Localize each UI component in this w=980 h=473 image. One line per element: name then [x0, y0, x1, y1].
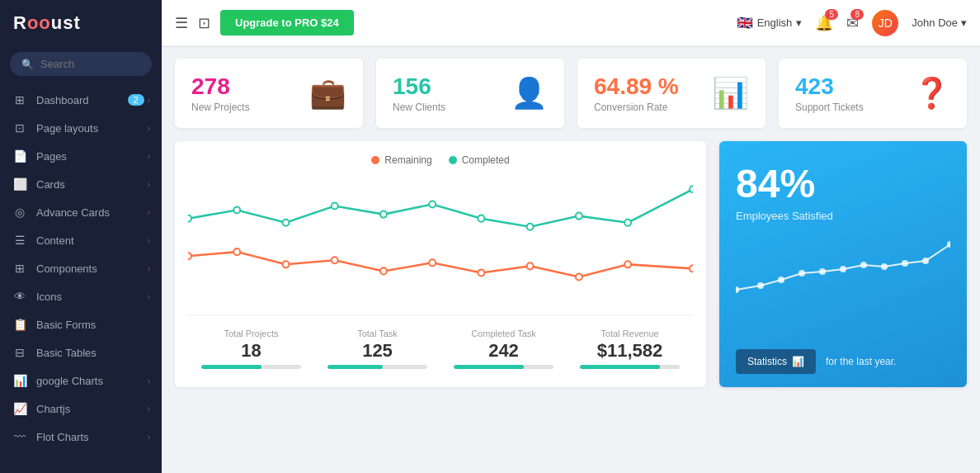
user-menu[interactable]: John Doe ▾ [912, 17, 967, 29]
completed-task-label: Completed Task [441, 329, 567, 338]
stat-label-support-tickets: Support Tickets [795, 102, 864, 113]
svg-point-7 [527, 224, 534, 230]
sidebar-label-basic-tables: Basic Tables [36, 347, 150, 359]
right-panel: 84% Employees Satisfied [719, 141, 967, 387]
language-selector[interactable]: 🇬🇧 English ▾ [737, 15, 803, 31]
search-input[interactable] [40, 58, 140, 70]
sidebar-item-icons[interactable]: 👁 Icons › [0, 282, 162, 310]
sidebar-item-advance-cards[interactable]: ◎ Advance Cards › [0, 198, 162, 226]
notification-badge: 5 [825, 9, 838, 20]
stat-card-new-projects: 278 New Projects 💼 [175, 59, 363, 128]
svg-point-11 [188, 253, 191, 259]
dashboard-icon: ⊞ [12, 93, 28, 106]
stat-value-support-tickets: 423 [795, 73, 864, 100]
sidebar-item-dashboard[interactable]: ⊞ Dashboard 2 › [0, 86, 162, 114]
sidebar-item-basic-tables[interactable]: ⊟ Basic Tables [0, 338, 162, 367]
sidebar-item-pages[interactable]: 📄 Pages › [0, 142, 162, 170]
topbar: ☰ ⊡ Upgrade to PRO $24 🇬🇧 English ▾ 🔔 5 … [162, 0, 980, 45]
svg-point-12 [233, 248, 240, 255]
icons-icon: 👁 [12, 290, 28, 303]
total-task-value: 125 [314, 340, 441, 362]
stat-card-support-tickets: 423 Support Tickets ❓ [779, 59, 967, 128]
svg-point-6 [478, 215, 484, 222]
svg-point-0 [188, 215, 191, 222]
svg-point-21 [690, 265, 693, 272]
components-icon: ⊞ [12, 262, 28, 275]
briefcase-icon: 💼 [309, 76, 346, 111]
total-task-label: Total Task [314, 329, 441, 338]
total-projects-fill [201, 365, 261, 369]
completed-task-value: 242 [441, 340, 567, 362]
stat-value-new-clients: 156 [393, 73, 445, 100]
sidebar-item-google-charts[interactable]: 📊 google Charts › [0, 367, 162, 395]
pages-icon: 📄 [12, 149, 28, 163]
completed-dot [449, 156, 457, 164]
stat-info-new-clients: 156 New Clients [393, 73, 445, 113]
sidebar-label-page-layouts: Page layouts [36, 122, 148, 135]
sidebar-label-google-charts: google Charts [36, 375, 148, 387]
total-revenue-label: Total Revenue [567, 329, 693, 338]
stat-info-conversion-rate: 64.89 % Conversion Rate [594, 73, 679, 113]
svg-point-10 [690, 186, 693, 192]
svg-point-27 [840, 266, 846, 272]
svg-point-30 [902, 260, 908, 267]
statistics-label: Statistics [747, 356, 787, 367]
total-projects-label: Total Projects [188, 329, 314, 338]
legend-completed: Completed [449, 154, 510, 166]
stat-label-new-projects: New Projects [191, 102, 250, 113]
main-area: ☰ ⊡ Upgrade to PRO $24 🇬🇧 English ▾ 🔔 5 … [162, 0, 980, 473]
chart-stat-total-revenue: Total Revenue $11,582 [567, 324, 693, 374]
search-box[interactable]: 🔍 [10, 52, 152, 76]
sidebar-nav: ⊞ Dashboard 2 › ⊡ Page layouts › 📄 Pages… [0, 86, 162, 473]
chevron-right-icon: › [148, 236, 150, 245]
expand-icon[interactable]: ⊡ [198, 14, 210, 32]
svg-point-2 [283, 220, 290, 226]
stat-value-conversion-rate: 64.89 % [594, 73, 679, 100]
chevron-right-icon: › [148, 292, 150, 301]
sidebar-label-flot-charts: Flot Charts [36, 431, 148, 443]
svg-point-19 [576, 273, 582, 280]
bar-mini-icon: 📊 [792, 356, 804, 367]
language-label: English [757, 17, 793, 29]
user-name-label: John Doe [912, 17, 958, 29]
stats-row: 278 New Projects 💼 156 New Clients 👤 64.… [175, 59, 967, 128]
svg-point-17 [478, 269, 484, 276]
sidebar-item-cards[interactable]: ⬜ Cards › [0, 170, 162, 198]
sidebar-item-components[interactable]: ⊞ Components › [0, 254, 162, 282]
line-chart-area [188, 173, 693, 306]
chevron-right-icon: › [148, 433, 150, 442]
legend-remaining: Remaining [371, 154, 431, 166]
sidebar-label-basic-forms: Basic Forms [36, 319, 150, 331]
sidebar-label-dashboard: Dashboard [36, 94, 128, 106]
flag-icon: 🇬🇧 [737, 15, 753, 31]
sidebar-label-pages: Pages [36, 150, 148, 163]
mail-button[interactable]: ✉ 8 [846, 14, 859, 32]
chevron-right-icon: › [148, 404, 150, 414]
chevron-down-icon: ▾ [961, 17, 967, 29]
statistics-button[interactable]: Statistics 📊 [736, 349, 816, 374]
chart-stat-total-projects: Total Projects 18 [188, 324, 314, 374]
sidebar-item-page-layouts[interactable]: ⊡ Page layouts › [0, 114, 162, 142]
content-icon: ☰ [12, 234, 28, 247]
menu-icon[interactable]: ☰ [175, 14, 188, 32]
chevron-right-icon: › [148, 152, 150, 161]
notification-button[interactable]: 🔔 5 [815, 14, 833, 32]
legend-remaining-label: Remaining [384, 154, 431, 166]
page-layouts-icon: ⊡ [12, 121, 28, 135]
flot-charts-icon: 〰 [12, 430, 28, 443]
sidebar-item-chartjs[interactable]: 📈 Chartjs › [0, 395, 162, 423]
chevron-right-icon: › [148, 264, 150, 273]
stat-info-new-projects: 278 New Projects [191, 73, 250, 113]
basic-tables-icon: ⊟ [12, 346, 28, 359]
logo: Rooust [13, 12, 81, 34]
total-task-bar [327, 365, 427, 369]
svg-point-8 [576, 213, 582, 220]
svg-point-20 [624, 261, 631, 267]
sidebar-item-basic-forms[interactable]: 📋 Basic Forms [0, 310, 162, 338]
sidebar-item-flot-charts[interactable]: 〰 Flot Charts › [0, 423, 162, 451]
stat-label-new-clients: New Clients [393, 102, 445, 113]
stat-card-new-clients: 156 New Clients 👤 [376, 59, 564, 128]
upgrade-button[interactable]: Upgrade to PRO $24 [220, 10, 354, 35]
sidebar-item-content[interactable]: ☰ Content › [0, 226, 162, 254]
mail-badge: 8 [850, 9, 864, 20]
